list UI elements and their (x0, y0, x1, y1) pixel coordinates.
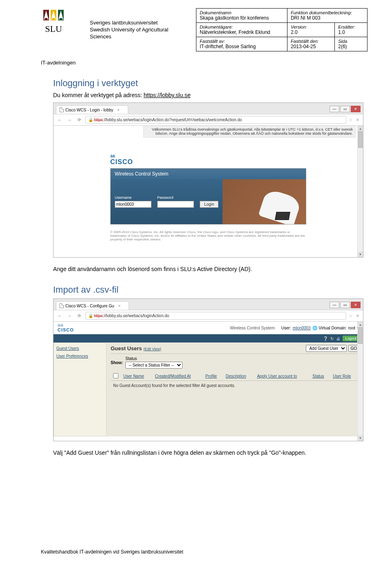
address-bar-2: ← → ⟳ 🔒https://lobby.slu.se/webacs/login… (53, 310, 363, 322)
back-button[interactable]: ← (56, 314, 63, 318)
minimize-button[interactable]: — (330, 302, 339, 308)
wcs-header-bar: ılıılı CISCO Wireless Control System Use… (53, 322, 363, 334)
scroll-up-icon[interactable]: ▲ (358, 126, 363, 131)
col-created[interactable]: Created/Modified At (152, 372, 203, 381)
cisco-bars-icon: ılıılı (58, 323, 74, 327)
forward-button[interactable]: → (66, 314, 73, 318)
domain-value: root (348, 326, 355, 330)
university-name: Sveriges lantbruksuniversitet Swedish Un… (90, 8, 188, 40)
ersatter-label: Ersätter: (338, 24, 364, 29)
col-description[interactable]: Description (223, 372, 255, 381)
faststallt-av-value: IT-driftchef, Bosse Sarling (200, 44, 284, 49)
login-hero-image (223, 179, 306, 224)
address-bar: ← → ⟳ 🔒https://lobby.slu.se/webacs/login… (53, 114, 363, 126)
sidebar: Guest Users User Preferences (53, 342, 107, 436)
svg-text:SLU: SLU (45, 24, 62, 34)
uni-line-2: Swedish University of Agricultural Scien… (90, 27, 188, 40)
page-footer: Kvalitetshandbok IT-avdelningen vid Sver… (41, 549, 183, 555)
help-icon[interactable]: ❔ (323, 336, 328, 341)
cisco-word: CISCO (110, 158, 306, 166)
sidebar-user-prefs[interactable]: User Preferences (56, 354, 104, 358)
close-window-button[interactable]: ✕ (351, 106, 361, 112)
version-value: 2.0 (291, 29, 331, 35)
col-role[interactable]: User Role (330, 372, 359, 381)
funktion-value: DRI NI M 003 (291, 15, 364, 21)
reload-button[interactable]: ⟳ (76, 118, 83, 122)
login-button[interactable]: Login (200, 201, 218, 208)
scrollbar-2[interactable]: ▲ ▼ (357, 322, 363, 441)
sidebar-guest-users[interactable]: Guest Users (56, 346, 104, 351)
scroll-thumb[interactable] (358, 327, 363, 344)
scroll-down-icon[interactable]: ▼ (358, 435, 363, 441)
guest-users-heading: Guest Users (Edit View) (111, 345, 161, 351)
tab-title: Cisco WCS - Login - lobby (65, 108, 113, 112)
username-label: Username (115, 196, 151, 200)
close-tab-icon[interactable]: × (118, 304, 120, 308)
funktion-label: Funktion dokumentbeteckning: (291, 10, 364, 15)
sida-value: 2(6) (338, 44, 364, 49)
password-input[interactable] (157, 201, 194, 208)
agare-value: Nätverkstekniker, Fredrik Eklund (200, 29, 284, 35)
col-profile[interactable]: Profile (203, 372, 223, 381)
sida-label: Sida (338, 39, 364, 44)
user-value[interactable]: mlon0003 (293, 326, 311, 330)
dokumentnamn-value: Skapa gästkonton för konferens (200, 15, 284, 21)
login-caption: Ange ditt användarnamn och lösenord som … (53, 266, 368, 272)
close-window-button[interactable]: ✕ (351, 302, 361, 308)
maximize-button[interactable]: ▭ (340, 106, 350, 112)
refresh-icon[interactable]: ↻ (330, 336, 334, 341)
url-input[interactable]: 🔒https://lobby.slu.se/webacs/loginAction… (85, 116, 346, 124)
menu-icon[interactable]: ≡ (355, 314, 361, 318)
domain-label: Virtual Domain: (319, 326, 347, 330)
bookmark-icon[interactable]: ☆ (349, 314, 352, 318)
print-icon[interactable]: 🖨 (336, 336, 340, 341)
scroll-thumb[interactable] (358, 131, 363, 148)
edit-view-link[interactable]: Edit View (145, 347, 160, 351)
col-status[interactable]: Status (310, 372, 330, 381)
scrollbar[interactable]: ▲ ▼ (357, 126, 363, 257)
logout-button[interactable]: Logout (343, 336, 359, 341)
bookmark-icon[interactable]: ☆ (349, 118, 352, 122)
back-button[interactable]: ← (56, 118, 63, 122)
browser-tab-2[interactable]: Cisco WCS - Configure Gu × (56, 301, 129, 310)
import-screenshot: Cisco WCS - Configure Gu × — ▭ ✕ ← → ⟳ 🔒… (53, 298, 363, 441)
browser-tab[interactable]: Cisco WCS - Login - lobby × (56, 105, 128, 114)
maximize-button[interactable]: ▭ (340, 302, 350, 308)
browser-tab-strip: Cisco WCS - Login - lobby × — ▭ ✕ (53, 103, 363, 114)
url-input-2[interactable]: 🔒https://lobby.slu.se/webacs/loginAction… (85, 312, 346, 320)
col-apply[interactable]: Apply User account to (254, 372, 310, 381)
department-label: IT-avdelningen (41, 60, 368, 66)
version-label: Version: (291, 24, 331, 29)
import-caption: Välj "Add Guest User" från rullningslist… (53, 449, 368, 456)
url-path: ://lobby.slu.se/webacs/loginAction.do (103, 314, 169, 318)
page-icon (60, 303, 64, 308)
action-select[interactable]: Add Guest User (306, 345, 347, 352)
gu-title-text: Guest Users (111, 345, 142, 351)
login-panel-title: Wireless Control System (111, 169, 306, 179)
import-heading: Import av .csv-fil (53, 285, 368, 295)
page-icon (60, 107, 64, 112)
login-panel: Wireless Control System Username Passwor… (110, 168, 306, 225)
slu-logo-block: SLU (41, 8, 82, 41)
document-metadata-table: Dokumentnamn Skapa gästkonton för konfer… (196, 8, 368, 51)
show-label: Show: (111, 360, 123, 365)
cisco-logo: ılıılı CISCO (110, 153, 306, 166)
status-label: Status (125, 356, 183, 361)
forward-button[interactable]: → (66, 118, 73, 122)
lock-icon: 🔒 (88, 118, 93, 122)
minimize-button[interactable]: — (330, 106, 339, 112)
tab-title-2: Cisco WCS - Configure Gu (65, 304, 114, 308)
scroll-down-icon[interactable]: ▼ (358, 251, 363, 257)
menu-icon[interactable]: ≡ (355, 118, 361, 122)
username-input[interactable] (115, 201, 151, 208)
select-all-checkbox[interactable] (113, 373, 118, 378)
url-path: ://lobby.slu.se/webacs/loginAction.do?re… (103, 118, 242, 122)
welcome-message: Välkommen SLU:s trådlösa övervaknings oc… (143, 126, 356, 138)
scroll-up-icon[interactable]: ▲ (358, 322, 363, 327)
reload-button[interactable]: ⟳ (76, 314, 83, 318)
status-filter-select[interactable]: -- Select a Status Filter -- (125, 362, 183, 369)
password-label: Password (157, 196, 194, 200)
col-username[interactable]: User Name (121, 372, 152, 381)
agare-label: Dokumentägare: (200, 24, 284, 29)
close-tab-icon[interactable]: × (117, 108, 120, 112)
